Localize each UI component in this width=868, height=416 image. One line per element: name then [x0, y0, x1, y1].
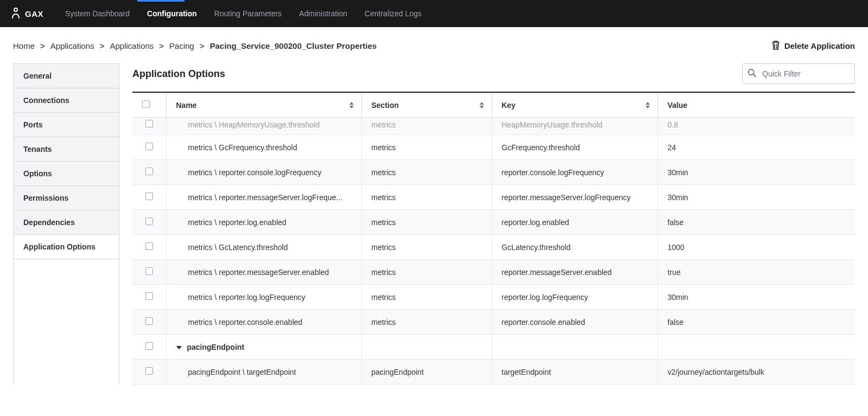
table-row[interactable]: metrics \ HeapMemoryUsage.thresholdmetri…	[132, 118, 855, 135]
options-table: Name Section Key Value metrics \ HeapMem…	[132, 92, 855, 385]
cell-name: metrics \ reporter.console.enabled	[166, 310, 361, 335]
cell-name: pacingEndpoint \ targetEndpoint	[166, 360, 361, 385]
cell-key	[492, 335, 658, 360]
cell-checkbox	[132, 260, 166, 285]
cell-value: 1000	[658, 235, 855, 260]
delete-application-button[interactable]: Delete Application	[771, 40, 855, 52]
table-row[interactable]: metrics \ GcFrequency.thresholdmetricsGc…	[132, 135, 855, 160]
column-key[interactable]: Key	[492, 92, 658, 118]
breadcrumb-separator: >	[200, 41, 205, 50]
sidebar-item-options[interactable]: Options	[14, 162, 119, 186]
breadcrumb-item[interactable]: Pacing	[169, 41, 194, 50]
logo-text: GAX	[25, 9, 43, 18]
sort-icon	[646, 102, 650, 108]
cell-value: v2/journey/actiontargets/bulk	[658, 360, 855, 385]
breadcrumb-separator: >	[40, 41, 45, 50]
breadcrumb-item[interactable]: Applications	[110, 41, 154, 50]
logo-icon	[11, 8, 21, 20]
cell-value: false	[658, 210, 855, 235]
cell-key: reporter.messageServer.enabled	[492, 260, 658, 285]
row-checkbox[interactable]	[145, 292, 153, 300]
cell-section: metrics	[361, 210, 492, 235]
row-checkbox[interactable]	[145, 367, 153, 375]
active-tab-accent	[137, 0, 184, 2]
cell-key: reporter.log.logFrequency	[492, 285, 658, 310]
row-checkbox[interactable]	[145, 242, 153, 250]
table-row[interactable]: pacingEndpoint	[132, 335, 855, 360]
sidebar-item-ports[interactable]: Ports	[14, 113, 119, 137]
sidebar-item-tenants[interactable]: Tenants	[14, 137, 119, 162]
row-checkbox[interactable]	[145, 168, 153, 175]
table-row[interactable]: metrics \ GcLatency.thresholdmetricsGcLa…	[132, 235, 855, 260]
nav-item-system-dashboard[interactable]: System Dashboard	[56, 0, 138, 27]
table-row[interactable]: metrics \ reporter.messageServer.enabled…	[132, 260, 855, 285]
top-navigation: GAX System DashboardConfigurationRouting…	[0, 0, 868, 27]
cell-key: HeapMemoryUsage.threshold	[492, 118, 658, 135]
cell-value: 30min	[658, 185, 855, 210]
table-row[interactable]: pacingEndpoint \ targetEndpointpacingEnd…	[132, 360, 855, 385]
cell-checkbox	[132, 210, 166, 235]
row-checkbox[interactable]	[145, 317, 153, 325]
row-checkbox[interactable]	[145, 217, 153, 225]
cell-section: metrics	[361, 260, 492, 285]
breadcrumb-item[interactable]: Home	[13, 41, 35, 50]
sidebar-item-application-options[interactable]: Application Options	[14, 235, 119, 259]
sidebar-item-general[interactable]: General	[14, 64, 119, 88]
cell-checkbox	[132, 185, 166, 210]
caret-down-icon[interactable]	[176, 346, 182, 349]
table-body: metrics \ HeapMemoryUsage.thresholdmetri…	[132, 118, 855, 385]
breadcrumb-item[interactable]: Applications	[50, 41, 94, 50]
table-row[interactable]: metrics \ reporter.messageServer.logFreq…	[132, 185, 855, 210]
cell-name: metrics \ reporter.console.logFrequency	[166, 160, 361, 185]
cell-value	[658, 335, 855, 360]
row-checkbox[interactable]	[145, 342, 153, 350]
content: Application Options Name Section Key Val…	[132, 63, 855, 385]
delete-label: Delete Application	[784, 41, 855, 50]
table-row[interactable]: metrics \ reporter.console.enabledmetric…	[132, 310, 855, 335]
cell-section: metrics	[361, 118, 492, 135]
cell-value: 30min	[658, 285, 855, 310]
column-checkbox	[132, 92, 166, 118]
cell-section: metrics	[361, 160, 492, 185]
cell-checkbox	[132, 335, 166, 360]
row-checkbox[interactable]	[145, 120, 153, 127]
quick-filter-input[interactable]	[742, 63, 855, 84]
cell-checkbox	[132, 360, 166, 385]
table-row[interactable]: metrics \ reporter.log.logFrequencymetri…	[132, 285, 855, 310]
cell-checkbox	[132, 285, 166, 310]
cell-checkbox	[132, 310, 166, 335]
sort-icon	[480, 102, 484, 108]
cell-name: metrics \ reporter.messageServer.logFreq…	[166, 185, 361, 210]
sidebar-item-connections[interactable]: Connections	[14, 88, 119, 113]
cell-name: metrics \ reporter.log.enabled	[166, 210, 361, 235]
nav-item-centralized-logs[interactable]: Centralized Logs	[356, 0, 430, 27]
table-row[interactable]: metrics \ reporter.console.logFrequencym…	[132, 160, 855, 185]
main-area: GeneralConnectionsPortsTenantsOptionsPer…	[0, 63, 868, 385]
sidebar-item-dependencies[interactable]: Dependencies	[14, 210, 119, 235]
row-checkbox[interactable]	[145, 143, 153, 150]
nav-item-administration[interactable]: Administration	[290, 0, 356, 27]
nav-items: System DashboardConfigurationRouting Par…	[56, 0, 430, 27]
select-all-checkbox[interactable]	[142, 100, 150, 108]
logo[interactable]: GAX	[11, 8, 43, 20]
filter-wrap	[742, 63, 855, 84]
column-section[interactable]: Section	[361, 92, 492, 118]
nav-item-routing-parameters[interactable]: Routing Parameters	[206, 0, 291, 27]
row-checkbox[interactable]	[145, 267, 153, 275]
nav-item-configuration[interactable]: Configuration	[138, 0, 206, 27]
cell-name: metrics \ GcFrequency.threshold	[166, 135, 361, 160]
cell-checkbox	[132, 135, 166, 160]
table-row[interactable]: metrics \ reporter.log.enabledmetricsrep…	[132, 210, 855, 235]
cell-checkbox	[132, 235, 166, 260]
cell-name: metrics \ reporter.messageServer.enabled	[166, 260, 361, 285]
cell-key: GcLatency.threshold	[492, 235, 658, 260]
cell-name: metrics \ reporter.log.logFrequency	[166, 285, 361, 310]
column-value[interactable]: Value	[658, 92, 855, 118]
sidebar-item-permissions[interactable]: Permissions	[14, 186, 119, 210]
trash-icon	[771, 40, 780, 52]
column-name[interactable]: Name	[166, 92, 361, 118]
row-checkbox[interactable]	[145, 193, 153, 200]
cell-key: GcFrequency.threshold	[492, 135, 658, 160]
cell-section: metrics	[361, 235, 492, 260]
svg-line-2	[754, 74, 756, 77]
